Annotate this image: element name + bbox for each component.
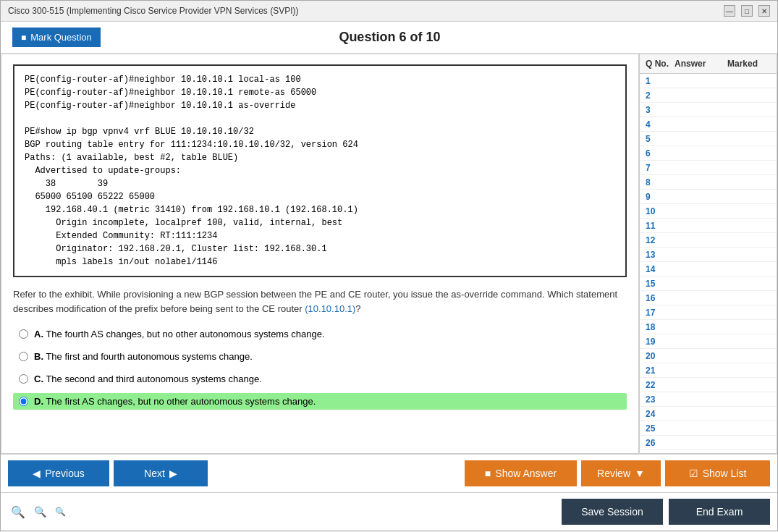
question-number: 2 bbox=[646, 90, 675, 101]
sidebar-row[interactable]: 3 bbox=[640, 103, 777, 117]
question-number: 17 bbox=[646, 308, 675, 318]
question-number: 4 bbox=[646, 119, 675, 130]
sidebar-row[interactable]: 27 bbox=[640, 450, 777, 453]
answer-radio-b[interactable] bbox=[19, 352, 28, 361]
sidebar-row[interactable]: 10 bbox=[640, 204, 777, 219]
answer-radio-a[interactable] bbox=[19, 329, 28, 339]
previous-button[interactable]: ◀ Previous bbox=[8, 460, 109, 486]
close-btn[interactable]: ✕ bbox=[758, 5, 770, 17]
title-bar: Cisco 300-515 (Implementing Cisco Servic… bbox=[1, 1, 777, 22]
marked-header: Marked bbox=[727, 59, 771, 69]
question-number: 12 bbox=[646, 235, 675, 245]
sidebar-row[interactable]: 25 bbox=[640, 421, 777, 436]
next-button[interactable]: Next ▶ bbox=[114, 460, 208, 486]
window-controls: — □ ✕ bbox=[724, 5, 770, 17]
question-number: 23 bbox=[646, 394, 675, 405]
sidebar-row[interactable]: 2 bbox=[640, 88, 777, 103]
sidebar-rows: 1 2 3 4 5 6 7 8 9 10 11 bbox=[640, 74, 777, 453]
sidebar-row[interactable]: 15 bbox=[640, 276, 777, 291]
sidebar-row[interactable]: 24 bbox=[640, 407, 777, 421]
mark-question-button[interactable]: ■ Mark Question bbox=[12, 28, 101, 47]
prev-arrow-icon: ◀ bbox=[33, 468, 41, 479]
question-number: 19 bbox=[646, 337, 675, 347]
show-answer-button[interactable]: ■ Show Answer bbox=[465, 460, 577, 486]
question-number: 21 bbox=[646, 366, 675, 376]
question-number: 5 bbox=[646, 134, 675, 144]
end-exam-label: End Exam bbox=[696, 506, 743, 518]
zoom-out-button[interactable]: 🔍 bbox=[52, 505, 69, 518]
sidebar-row[interactable]: 13 bbox=[640, 248, 777, 262]
question-text: Refer to the exhibit. While provisioning… bbox=[13, 287, 627, 316]
sidebar-header: Q No. Answer Marked bbox=[640, 54, 777, 74]
sidebar-row[interactable]: 12 bbox=[640, 233, 777, 248]
session-bar: 🔍 🔍 🔍 Save Session End Exam bbox=[1, 492, 777, 531]
answer-option-c[interactable]: C. The second and third autonomous syste… bbox=[13, 371, 627, 387]
exhibit-box: PE(config-router-af)#neighbor 10.10.10.1… bbox=[13, 64, 627, 277]
sidebar-row[interactable]: 16 bbox=[640, 291, 777, 305]
maximize-btn[interactable]: □ bbox=[741, 5, 753, 17]
answer-radio-d[interactable] bbox=[19, 397, 28, 406]
sidebar-row[interactable]: 22 bbox=[640, 378, 777, 392]
question-number: 18 bbox=[646, 322, 675, 332]
question-list-sidebar: Q No. Answer Marked 1 2 3 4 5 6 7 8 bbox=[639, 54, 777, 453]
zoom-controls: 🔍 🔍 🔍 bbox=[8, 504, 69, 520]
question-number: 25 bbox=[646, 423, 675, 434]
review-label: Review bbox=[597, 468, 630, 479]
sidebar-row[interactable]: 20 bbox=[640, 349, 777, 363]
previous-label: Previous bbox=[45, 468, 84, 479]
answer-option-a[interactable]: A. The fourth AS changes, but no other a… bbox=[13, 326, 627, 342]
question-title: Question 6 of 10 bbox=[339, 30, 440, 45]
question-number: 13 bbox=[646, 250, 675, 260]
sidebar-row[interactable]: 14 bbox=[640, 262, 777, 276]
next-label: Next bbox=[144, 468, 165, 479]
sidebar-row[interactable]: 17 bbox=[640, 305, 777, 320]
question-number: 1 bbox=[646, 76, 675, 86]
header: ■ Mark Question Question 6 of 10 bbox=[1, 22, 777, 54]
save-session-label: Save Session bbox=[581, 506, 643, 518]
show-answer-icon: ■ bbox=[485, 468, 491, 479]
answer-option-d[interactable]: D. The first AS changes, but no other au… bbox=[13, 393, 627, 410]
question-number: 7 bbox=[646, 163, 675, 173]
question-number: 26 bbox=[646, 438, 675, 448]
show-list-button[interactable]: ☑ Show List bbox=[665, 460, 770, 486]
window-title: Cisco 300-515 (Implementing Cisco Servic… bbox=[8, 6, 298, 16]
end-exam-button[interactable]: End Exam bbox=[669, 499, 770, 525]
minimize-btn[interactable]: — bbox=[724, 5, 735, 17]
sidebar-row[interactable]: 9 bbox=[640, 190, 777, 204]
sidebar-row[interactable]: 8 bbox=[640, 175, 777, 190]
question-number: 16 bbox=[646, 293, 675, 303]
question-number: 15 bbox=[646, 279, 675, 289]
question-number: 24 bbox=[646, 409, 675, 419]
answer-label-b: B. The first and fourth autonomous syste… bbox=[34, 351, 253, 362]
zoom-normal-button[interactable]: 🔍 bbox=[31, 504, 49, 519]
answer-label-a: A. The fourth AS changes, but no other a… bbox=[34, 329, 325, 339]
question-number: 20 bbox=[646, 351, 675, 361]
sidebar-row[interactable]: 18 bbox=[640, 320, 777, 334]
answer-header: Answer bbox=[675, 59, 727, 69]
sidebar-row[interactable]: 26 bbox=[640, 436, 777, 450]
sidebar-row[interactable]: 11 bbox=[640, 219, 777, 233]
answer-option-b[interactable]: B. The first and fourth autonomous syste… bbox=[13, 348, 627, 365]
main-content: PE(config-router-af)#neighbor 10.10.10.1… bbox=[1, 54, 777, 454]
save-session-button[interactable]: Save Session bbox=[562, 499, 663, 525]
zoom-in-button[interactable]: 🔍 bbox=[8, 504, 28, 520]
sidebar-row[interactable]: 21 bbox=[640, 363, 777, 378]
sidebar-row[interactable]: 7 bbox=[640, 161, 777, 175]
sidebar-row[interactable]: 1 bbox=[640, 74, 777, 88]
question-number: 6 bbox=[646, 148, 675, 159]
sidebar-row[interactable]: 4 bbox=[640, 117, 777, 132]
question-number: 27 bbox=[646, 452, 675, 454]
show-list-label: Show List bbox=[703, 468, 747, 479]
review-button[interactable]: Review ▼ bbox=[581, 460, 661, 486]
question-number: 3 bbox=[646, 105, 675, 115]
next-arrow-icon: ▶ bbox=[169, 468, 177, 479]
navigation-bar: ◀ Previous Next ▶ ■ Show Answer Review ▼… bbox=[1, 454, 777, 492]
answer-radio-c[interactable] bbox=[19, 374, 28, 384]
sidebar-row[interactable]: 5 bbox=[640, 132, 777, 146]
sidebar-row[interactable]: 6 bbox=[640, 146, 777, 161]
sidebar-row[interactable]: 23 bbox=[640, 392, 777, 407]
session-buttons: Save Session End Exam bbox=[562, 499, 770, 525]
answer-label-c: C. The second and third autonomous syste… bbox=[34, 373, 262, 384]
sidebar-row[interactable]: 19 bbox=[640, 334, 777, 349]
answer-label-d: D. The first AS changes, but no other au… bbox=[34, 396, 316, 407]
